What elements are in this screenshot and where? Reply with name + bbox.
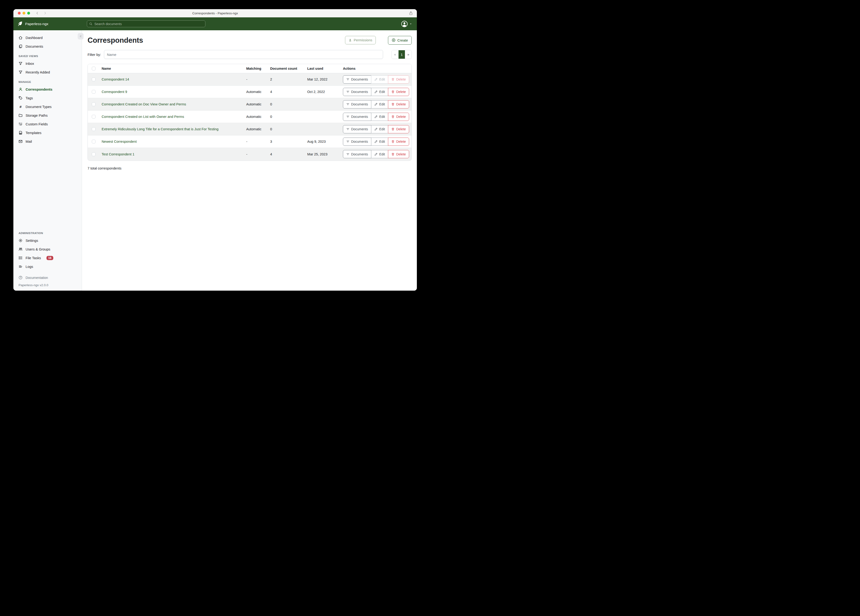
matching-cell: Automatic <box>246 90 270 94</box>
create-button[interactable]: Create <box>388 36 412 45</box>
filter-name-input[interactable] <box>104 50 383 59</box>
avatar[interactable] <box>401 20 408 27</box>
filter-icon <box>346 127 350 131</box>
document-count-cell: 4 <box>270 152 307 156</box>
row-checkbox[interactable] <box>92 102 96 106</box>
sidebar-item-settings[interactable]: Settings <box>13 236 82 245</box>
table-row: Correspondent Created on List with Owner… <box>88 111 411 123</box>
documents-button[interactable]: Documents <box>343 88 371 96</box>
delete-button[interactable]: Delete <box>388 150 409 158</box>
sidebar-item-documents[interactable]: Documents <box>13 42 82 51</box>
correspondent-name-link[interactable]: Extremely Ridiculously Long Title for a … <box>102 127 218 131</box>
documents-button[interactable]: Documents <box>343 100 371 108</box>
permissions-button[interactable]: Permissions <box>345 36 376 44</box>
correspondent-name-link[interactable]: Correspondent Created on Doc View Owner … <box>102 102 186 106</box>
pagination-page-1[interactable]: 1 <box>398 50 405 59</box>
documents-button[interactable]: Documents <box>343 113 371 121</box>
select-all-checkbox[interactable] <box>92 67 96 71</box>
edit-button[interactable]: Edit <box>371 88 388 96</box>
double-chevron-left-icon <box>79 35 82 38</box>
row-checkbox[interactable] <box>92 77 96 81</box>
delete-button[interactable]: Delete <box>388 100 409 108</box>
delete-button[interactable]: Delete <box>388 75 409 83</box>
column-header-name[interactable]: Name <box>99 67 246 71</box>
correspondent-name-link[interactable]: Correspondent 14 <box>102 77 129 81</box>
matching-cell: - <box>246 152 270 156</box>
documents-button[interactable]: Documents <box>343 138 371 146</box>
sidebar-item-correspondents[interactable]: Correspondents <box>13 85 82 94</box>
search-input[interactable] <box>94 22 203 26</box>
edit-button[interactable]: Edit <box>371 100 388 108</box>
sidebar-item-custom-fields[interactable]: Custom Fields <box>13 120 82 129</box>
sidebar-item-inbox[interactable]: Inbox <box>13 59 82 68</box>
edit-button[interactable]: Edit <box>371 150 388 158</box>
brand[interactable]: Paperless-ngx <box>13 21 82 27</box>
sidebar-item-templates[interactable]: Templates <box>13 129 82 137</box>
user-menu[interactable] <box>401 20 417 27</box>
row-checkbox[interactable] <box>92 140 96 143</box>
sidebar-item-mail[interactable]: Mail <box>13 137 82 146</box>
documents-button[interactable]: Documents <box>343 75 371 83</box>
documentation-label: Documentation <box>25 276 48 280</box>
sidebar-item-storage-paths[interactable]: Storage Paths <box>13 111 82 120</box>
page-title: Correspondents <box>88 36 143 45</box>
matching-cell: - <box>246 77 270 81</box>
edit-button[interactable]: Edit <box>371 75 388 83</box>
total-count: 7 total correspondents <box>88 167 412 170</box>
row-checkbox[interactable] <box>92 127 96 131</box>
sidebar-item-logs[interactable]: Logs <box>13 262 82 271</box>
matching-cell: Automatic <box>246 102 270 106</box>
sidebar-collapse-button[interactable] <box>78 33 83 39</box>
correspondent-name-cell: Correspondent 14 <box>99 77 246 81</box>
app-version: Paperless-ngx v2.0.0 <box>13 282 82 291</box>
pagination-prev-button[interactable]: « <box>392 50 398 59</box>
correspondent-name-link[interactable]: Correspondent 9 <box>102 90 127 94</box>
documents-button[interactable]: Documents <box>343 125 371 134</box>
sidebar-item-recently-added[interactable]: Recently Added <box>13 68 82 77</box>
sidebar-item-label: Recently Added <box>25 71 50 74</box>
filter-icon <box>346 140 350 143</box>
brand-name: Paperless-ngx <box>25 22 49 26</box>
correspondent-name-link[interactable]: Newest Correspondent <box>102 140 137 143</box>
filter-icon <box>346 102 350 106</box>
row-checkbox[interactable] <box>92 115 96 119</box>
row-checkbox[interactable] <box>92 152 96 156</box>
share-icon[interactable] <box>409 11 413 15</box>
pagination-next-button[interactable]: » <box>405 50 411 59</box>
delete-button[interactable]: Delete <box>388 138 409 146</box>
global-search[interactable] <box>87 20 206 27</box>
sidebar-item-label: Inbox <box>25 62 34 66</box>
trash-icon <box>391 90 395 93</box>
documents-button[interactable]: Documents <box>343 150 371 158</box>
last-used-cell: Mar 25, 2023 <box>307 152 343 156</box>
edit-button[interactable]: Edit <box>371 113 388 121</box>
filter-by-label: Filter by: <box>88 53 101 57</box>
browser-forward-icon[interactable] <box>44 11 47 15</box>
row-checkbox[interactable] <box>92 90 96 94</box>
pencil-icon <box>374 140 378 143</box>
users-icon <box>19 247 22 251</box>
sidebar-item-dashboard[interactable]: Dashboard <box>13 33 82 42</box>
sidebar-item-label: Mail <box>25 140 32 143</box>
column-header-last-used: Last used <box>307 67 343 71</box>
correspondent-name-link[interactable]: Test Correspondent 1 <box>102 152 135 156</box>
edit-button[interactable]: Edit <box>371 138 388 146</box>
zoom-window-button[interactable] <box>27 12 30 14</box>
pencil-icon <box>374 115 378 118</box>
minimize-window-button[interactable] <box>22 12 25 14</box>
delete-button[interactable]: Delete <box>388 88 409 96</box>
sidebar-item-document-types[interactable]: #Document Types <box>13 102 82 111</box>
sidebar-item-documentation[interactable]: Documentation <box>13 273 82 282</box>
sidebar-item-file-tasks[interactable]: File Tasks16 <box>13 253 82 262</box>
close-window-button[interactable] <box>18 12 20 14</box>
delete-button[interactable]: Delete <box>388 113 409 121</box>
correspondent-name-link[interactable]: Correspondent Created on List with Owner… <box>102 115 184 119</box>
sidebar-item-tags[interactable]: Tags <box>13 94 82 102</box>
delete-button[interactable]: Delete <box>388 125 409 134</box>
browser-back-icon[interactable] <box>36 11 39 15</box>
sidebar-item-users-groups[interactable]: Users & Groups <box>13 245 82 253</box>
person-icon <box>348 39 352 42</box>
home-icon <box>19 36 22 40</box>
edit-button[interactable]: Edit <box>371 125 388 134</box>
table-row: Correspondent Created on Doc View Owner … <box>88 98 411 111</box>
